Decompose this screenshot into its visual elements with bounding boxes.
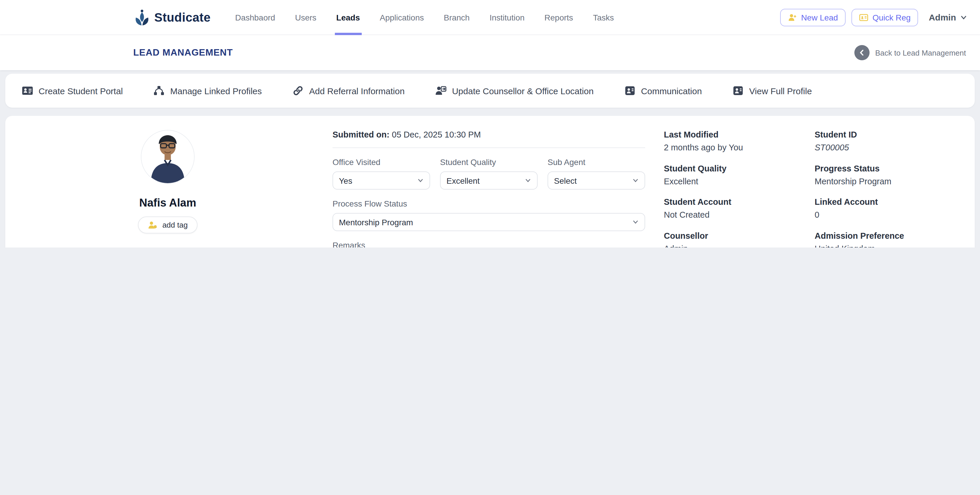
field-value: United Kingdom bbox=[815, 243, 958, 248]
nav-reports[interactable]: Reports bbox=[544, 0, 573, 35]
linked-account-link[interactable]: 0 bbox=[815, 209, 958, 221]
field-label: Student Account bbox=[664, 197, 815, 206]
process-flow-status-value: Mentorship Program bbox=[339, 217, 413, 227]
id-card-icon bbox=[22, 85, 33, 97]
field-label: Last Modified bbox=[664, 130, 815, 139]
page-title: LEAD MANAGEMENT bbox=[133, 47, 233, 58]
action-label: Update Counsellor & Office Location bbox=[452, 86, 594, 96]
page-header: LEAD MANAGEMENT Back to Lead Management bbox=[0, 35, 980, 70]
brand-name: Studicate bbox=[154, 10, 211, 24]
admission-preference-field: Admission Preference United Kingdom Unit… bbox=[815, 231, 958, 248]
link-icon bbox=[292, 85, 304, 97]
office-visited-label: Office Visited bbox=[332, 157, 430, 167]
back-label: Back to Lead Management bbox=[875, 48, 966, 57]
lead-actions-bar: Create Student Portal Manage Linked Prof… bbox=[5, 74, 975, 108]
person-plus-icon bbox=[788, 13, 797, 22]
lead-info-grid: Last Modified 2 months ago by You Studen… bbox=[664, 130, 958, 248]
sub-agent-select[interactable]: Select bbox=[547, 171, 645, 190]
counsellor-field: Counsellor Admin bbox=[664, 231, 815, 248]
add-referral-information-button[interactable]: Add Referral Information bbox=[292, 85, 405, 97]
top-navbar: Studicate Dashbaord Users Leads Applicat… bbox=[0, 0, 980, 35]
office-visited-value: Yes bbox=[339, 176, 352, 185]
quick-reg-label: Quick Reg bbox=[872, 13, 911, 22]
process-flow-status-select[interactable]: Mentorship Program bbox=[332, 213, 645, 231]
remarks-label: Remarks bbox=[332, 241, 645, 248]
user-menu-label: Admin bbox=[929, 12, 956, 22]
brand-logo[interactable]: Studicate bbox=[133, 8, 211, 26]
profile-column: Nafis Alam add tag bbox=[22, 130, 314, 248]
divider bbox=[332, 147, 645, 148]
quick-reg-button[interactable]: Quick Reg bbox=[851, 8, 918, 26]
student-account-field: Student Account Not Created bbox=[664, 197, 815, 221]
top-right-actions: New Lead Quick Reg Admin bbox=[780, 8, 967, 26]
submitted-on: Submitted on: 05 Dec, 2025 10:30 PM bbox=[332, 130, 645, 139]
sub-agent-label: Sub Agent bbox=[547, 157, 645, 167]
contact-card-icon bbox=[624, 85, 636, 97]
page: Studicate Dashbaord Users Leads Applicat… bbox=[0, 0, 980, 248]
communication-button[interactable]: Communication bbox=[624, 85, 702, 97]
chevron-down-icon bbox=[632, 177, 639, 184]
nav-institution[interactable]: Institution bbox=[489, 0, 525, 35]
nav-branch[interactable]: Branch bbox=[444, 0, 470, 35]
field-label: Student Quality bbox=[664, 163, 815, 173]
add-tag-label: add tag bbox=[162, 220, 188, 229]
field-value: ST00005 bbox=[815, 142, 958, 153]
office-visited-select[interactable]: Yes bbox=[332, 171, 430, 190]
field-label: Linked Account bbox=[815, 197, 958, 206]
update-counsellor-office-location-button[interactable]: Update Counsellor & Office Location bbox=[435, 85, 594, 97]
person-arrow-icon bbox=[435, 85, 447, 97]
select-row: Office Visited Yes Student Quality Excel… bbox=[332, 157, 645, 190]
chevron-down-icon bbox=[417, 177, 424, 184]
lead-name: Nafis Alam bbox=[139, 196, 196, 209]
chevron-down-icon bbox=[632, 219, 639, 225]
process-flow-status-label: Process Flow Status bbox=[332, 199, 645, 208]
nav-applications[interactable]: Applications bbox=[380, 0, 424, 35]
profile-photo bbox=[141, 130, 195, 184]
student-quality-select[interactable]: Excellent bbox=[440, 171, 538, 190]
person-tag-icon bbox=[148, 220, 158, 229]
action-label: Create Student Portal bbox=[38, 86, 123, 96]
field-label: Student ID bbox=[815, 130, 958, 139]
lead-form-column: Submitted on: 05 Dec, 2025 10:30 PM Offi… bbox=[332, 130, 645, 248]
chevron-down-icon bbox=[525, 177, 531, 184]
nav-tasks[interactable]: Tasks bbox=[593, 0, 614, 35]
studicate-logo-icon bbox=[133, 8, 151, 26]
student-quality-label: Student Quality bbox=[440, 157, 538, 167]
sub-agent-value: Select bbox=[554, 176, 577, 185]
new-lead-label: New Lead bbox=[801, 13, 838, 22]
content: Create Student Portal Manage Linked Prof… bbox=[0, 70, 980, 248]
create-student-portal-button[interactable]: Create Student Portal bbox=[22, 85, 123, 97]
student-quality-value: Excellent bbox=[447, 176, 480, 185]
add-tag-button[interactable]: add tag bbox=[138, 217, 198, 233]
lead-summary-card: Nafis Alam add tag Submitted on: 05 Dec,… bbox=[5, 116, 975, 248]
chevron-left-icon bbox=[854, 45, 869, 60]
nav-leads[interactable]: Leads bbox=[336, 0, 360, 35]
field-value: 2 months ago by You bbox=[664, 142, 815, 153]
back-to-lead-management-button[interactable]: Back to Lead Management bbox=[854, 45, 966, 60]
field-label: Admission Preference bbox=[815, 231, 958, 240]
field-value: Admin bbox=[664, 243, 815, 248]
network-nodes-icon bbox=[153, 85, 165, 97]
student-id-field: Student ID ST00005 bbox=[815, 130, 958, 153]
submitted-value: 05 Dec, 2025 10:30 PM bbox=[392, 130, 481, 139]
progress-status-field: Progress Status Mentorship Program bbox=[815, 163, 958, 187]
nav-dashboard[interactable]: Dashbaord bbox=[235, 0, 275, 35]
field-label: Progress Status bbox=[815, 163, 958, 173]
contact-card-icon bbox=[732, 85, 744, 97]
student-quality-field: Student Quality Excellent bbox=[664, 163, 815, 187]
field-value: Not Created bbox=[664, 209, 815, 221]
action-label: View Full Profile bbox=[749, 86, 812, 96]
view-full-profile-button[interactable]: View Full Profile bbox=[732, 85, 812, 97]
linked-account-field: Linked Account 0 bbox=[815, 197, 958, 221]
chevron-down-icon bbox=[960, 14, 967, 21]
main-nav: Dashbaord Users Leads Applications Branc… bbox=[235, 0, 614, 35]
action-label: Manage Linked Profiles bbox=[170, 86, 262, 96]
action-label: Communication bbox=[641, 86, 702, 96]
field-label: Counsellor bbox=[664, 231, 815, 240]
user-menu[interactable]: Admin bbox=[929, 12, 967, 22]
new-lead-button[interactable]: New Lead bbox=[780, 8, 846, 26]
field-value: Mentorship Program bbox=[815, 176, 958, 187]
submitted-label: Submitted on: bbox=[332, 130, 390, 139]
nav-users[interactable]: Users bbox=[295, 0, 317, 35]
manage-linked-profiles-button[interactable]: Manage Linked Profiles bbox=[153, 85, 262, 97]
